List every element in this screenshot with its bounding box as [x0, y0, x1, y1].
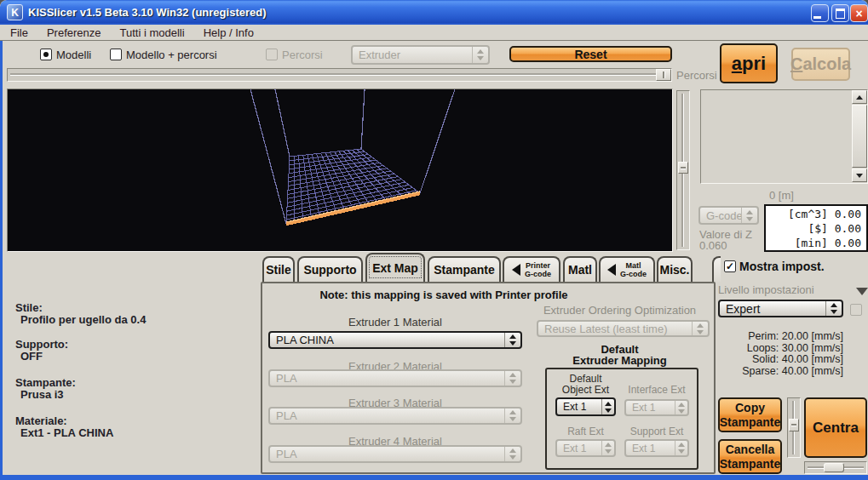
support-value: OFF [20, 350, 43, 363]
maximize-button[interactable] [831, 4, 849, 22]
tab-label: MatlG-code [620, 261, 647, 278]
nudge-slider-vertical-handle[interactable] [789, 419, 799, 431]
style-label: Stile: [15, 301, 43, 314]
left-arrow-icon [607, 264, 616, 276]
dropdown-value: Reuse Latest (least time) [538, 322, 692, 335]
updown-arrows-icon [675, 401, 687, 414]
updown-arrows-icon [675, 441, 687, 455]
window-border-left [0, 25, 3, 477]
tab-label: Supporto [303, 263, 356, 277]
mostra-impost-checkbox[interactable] [724, 260, 736, 272]
extruder-4-material-dropdown: PLA [268, 445, 522, 463]
dropdown-value: PLA [270, 447, 504, 461]
stat-time: [min] 0.00 [766, 236, 861, 250]
tab-printer-gcode[interactable]: PrinterG-code [503, 256, 560, 282]
speed-summary: Perim: 20.00 [mm/s] Loops: 30.00 [mm/s] … [720, 331, 843, 377]
close-button[interactable]: × [850, 4, 868, 22]
extruder-1-material-dropdown[interactable]: PLA CHINA [268, 331, 522, 349]
style-value: Profilo per ugello da 0.4 [20, 313, 146, 326]
window-title: KISSlicer v1.5 Beta 3.10 Win32 (unregist… [28, 6, 267, 19]
extruder-1-label: Extruder 1 Material [268, 316, 522, 329]
updown-arrows-icon [504, 371, 520, 386]
tab-label: Stampante [434, 263, 495, 277]
extruder-dropdown-value: Extruder [353, 47, 472, 63]
updown-arrows-icon [692, 322, 708, 335]
support-label: Supporto: [15, 338, 68, 351]
models-list-panel[interactable] [700, 89, 868, 184]
stat-cost: [$] 0.00 [766, 221, 861, 236]
tab-ext-map[interactable]: Ext Map [365, 253, 425, 282]
tab-partial-next[interactable] [712, 256, 721, 282]
support-ext-label: Support Ext [622, 426, 692, 437]
print-bed-wireframe [8, 89, 672, 251]
tab-stampante[interactable]: Stampante [428, 256, 501, 282]
meters-label: 0 [m] [769, 189, 794, 202]
updown-arrows-icon [825, 301, 842, 316]
dropdown-value: PLA CHINA [270, 333, 504, 347]
scroll-down-button[interactable] [852, 169, 867, 182]
tab-supporto[interactable]: Supporto [297, 256, 363, 282]
menu-preferenze[interactable]: Preferenze [47, 26, 101, 39]
tab-misc[interactable]: Misc. [657, 256, 693, 282]
dropdown-value: Ext 1 [626, 441, 675, 455]
mapping-note: Note: this mapping is saved with Printer… [261, 289, 627, 301]
checkbox-percorsi-label: Percorsi [282, 49, 323, 61]
object-ext-dropdown[interactable]: Ext 1 [555, 397, 616, 416]
menu-help-info[interactable]: Help / Info [204, 26, 254, 39]
updown-arrows-icon [601, 399, 614, 414]
tab-matl[interactable]: Matl [563, 256, 597, 282]
layer-slider[interactable] [7, 68, 672, 82]
updown-arrows-icon [504, 333, 520, 347]
stat-volume: [cm^3] 0.00 [766, 207, 861, 221]
ordering-optimization-dropdown: Reuse Latest (least time) [537, 320, 710, 337]
cancella-stampante-button[interactable]: Cancella Stampante [718, 439, 782, 474]
copy-stampante-button[interactable]: Copy Stampante [718, 397, 782, 432]
arrow-down-icon [856, 174, 863, 178]
object-ext-label: Object Ext [555, 384, 616, 396]
tab-stile[interactable]: Stile [262, 256, 295, 282]
button-label: Stampante [720, 457, 781, 471]
object-ext-header: Default [555, 373, 616, 385]
minimize-icon [813, 16, 821, 19]
speed-solid: Solid: 40.00 [mm/s] [720, 354, 843, 366]
app-icon[interactable]: K [7, 4, 23, 20]
tab-label: Stile [266, 263, 291, 277]
dropdown-value: Ext 1 [626, 401, 675, 414]
checkbox-modello-percorsi[interactable] [110, 49, 122, 60]
scroll-up-button[interactable] [852, 90, 867, 104]
button-label: Centra [813, 420, 859, 437]
apri-button[interactable]: apri [720, 43, 778, 83]
viewport-3d[interactable] [7, 89, 673, 252]
z-value: 0.060 [699, 239, 727, 252]
speed-loops: Loops: 30.00 [mm/s] [720, 343, 843, 355]
nudge-slider-horizontal-handle[interactable] [824, 463, 844, 472]
expert-level-dropdown[interactable]: Expert [718, 300, 843, 317]
livello-impostazioni-label: Livello impostazioni [718, 283, 814, 296]
gcode-dropdown-value: G-code [700, 208, 741, 223]
dropdown-value: PLA [270, 409, 504, 423]
reset-button-label: Reset [574, 48, 606, 61]
title-bar[interactable]: K KISSlicer v1.5 Beta 3.10 Win32 (unregi… [0, 0, 868, 25]
raft-ext-label: Raft Ext [555, 426, 616, 437]
tab-matl-gcode[interactable]: MatlG-code [599, 256, 655, 282]
ordering-optimization-label: Extruder Ordering Optimization [528, 304, 711, 317]
menu-tutti-i-modelli[interactable]: Tutti i modelli [120, 26, 185, 39]
z-slider-handle[interactable] [678, 162, 688, 174]
minimize-button[interactable] [811, 4, 829, 22]
menu-file[interactable]: File [10, 26, 28, 39]
radio-modelli[interactable] [40, 49, 52, 60]
left-arrow-icon [512, 264, 520, 276]
speed-perim: Perim: 20.00 [mm/s] [720, 331, 843, 343]
collapse-triangle-icon[interactable] [856, 288, 868, 295]
scrollbar-thumb[interactable] [852, 105, 867, 168]
layer-slider-handle[interactable] [656, 69, 671, 81]
reset-button[interactable]: Reset [509, 46, 672, 62]
checkbox-percorsi [266, 49, 278, 60]
menu-bar: File Preferenze Tutti i modelli Help / I… [0, 25, 868, 41]
printer-value: Prusa i3 [20, 388, 64, 401]
centra-button[interactable]: Centra [804, 397, 867, 458]
interface-ext-label: Interface Ext [622, 384, 692, 396]
material-label: Materiale: [15, 414, 67, 427]
speed-sparse: Sparse: 40.00 [mm/s] [720, 366, 843, 378]
extruder-3-material-dropdown: PLA [268, 407, 522, 425]
